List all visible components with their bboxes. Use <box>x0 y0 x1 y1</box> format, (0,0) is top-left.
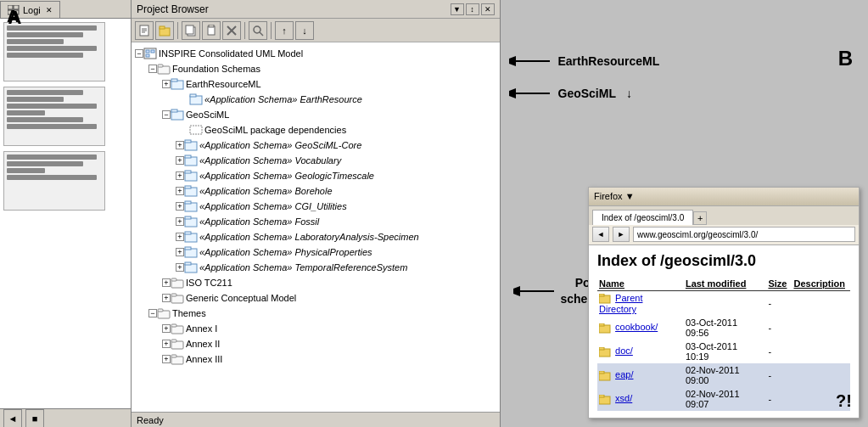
geosciml-label: GeoSciML <box>558 87 616 100</box>
tree-node-labanalysis[interactable]: + «Application Schema» LaboratoryAnalysi… <box>132 229 500 244</box>
package-svg-4 <box>184 139 198 151</box>
svg-rect-68 <box>599 294 604 296</box>
tree-node-physicalprops[interactable]: + «Application Schema» PhysicalPropertie… <box>132 244 500 260</box>
tree-node-geosciml-core[interactable]: + «Application Schema» GeoSciML-Core <box>132 138 500 153</box>
nav-right-btn[interactable]: ■ <box>25 409 44 428</box>
tree-expander-cgi[interactable]: + <box>176 202 184 211</box>
nav-left-btn[interactable]: ◄ <box>3 409 22 428</box>
thumbnail-2[interactable] <box>3 87 105 146</box>
dir-cookbook-icon <box>599 323 611 334</box>
eap-link[interactable]: eap/ <box>615 369 633 379</box>
tb-btn-up[interactable]: ↑ <box>275 21 294 40</box>
tb-btn-5[interactable] <box>222 21 241 40</box>
tree-node-root[interactable]: − INSPIRE Consolidated UML Model <box>132 46 500 61</box>
pb-title: Project Browser <box>137 3 209 15</box>
tree-node-earthresourceml[interactable]: + EarthResourceML <box>132 76 500 92</box>
tree-node-temporalref[interactable]: + «Application Schema» TemporalReference… <box>132 260 500 275</box>
spacer-1 <box>176 94 189 104</box>
package-svg-12 <box>184 261 198 273</box>
tree-node-cgi[interactable]: + «Application Schema» CGI_Utilities <box>132 199 500 214</box>
tree-node-annex1[interactable]: + Annex I <box>132 321 500 336</box>
tb-btn-1[interactable] <box>135 21 154 40</box>
tree-expander-geosciml-core[interactable]: + <box>176 141 184 149</box>
tree-expander-annex3[interactable]: + <box>162 355 171 363</box>
ff-tab-bar: Index of /geosciml/3.0 + <box>589 206 859 225</box>
tree-expander-annex1[interactable]: + <box>162 324 171 333</box>
ff-tab-label: Index of /geosciml/3.0 <box>602 213 684 222</box>
dir-eap-icon <box>599 371 611 381</box>
tree-node-geosciml[interactable]: − GeoSciML <box>132 107 500 122</box>
tree-node-fossil[interactable]: + «Application Schema» Fossil <box>132 214 500 229</box>
thumbnail-3[interactable] <box>3 151 105 211</box>
tb-btn-2[interactable] <box>155 21 174 40</box>
folder-icon-generic <box>171 292 184 304</box>
folder-icon-annex2 <box>171 338 184 350</box>
tree-node-earthresource-app[interactable]: «Application Schema» EarthResource <box>132 92 500 107</box>
tree-expander-geosciml[interactable]: − <box>162 110 171 119</box>
cookbook-link[interactable]: cookbook/ <box>615 322 658 332</box>
tree-node-foundation[interactable]: − Foundation Schemas <box>132 61 500 76</box>
tree-geosciml-core-label: «Application Schema» GeoSciML-Core <box>199 140 361 150</box>
tree-expander-root[interactable]: − <box>135 49 143 58</box>
svg-rect-54 <box>158 309 163 312</box>
tree-expander-iso[interactable]: + <box>162 278 171 287</box>
eap-date: 02-Nov-2011 09:00 <box>684 363 767 387</box>
dir-up-icon <box>599 294 611 304</box>
package-svg-9 <box>184 216 198 228</box>
tree-expander-lab[interactable]: + <box>176 233 184 241</box>
package-svg-11 <box>184 246 198 258</box>
ff-url-input[interactable] <box>633 227 855 242</box>
tree-expander-earthresourceml[interactable]: + <box>162 80 171 88</box>
tree-expander-foundation[interactable]: − <box>148 65 157 73</box>
project-browser: Project Browser ▼ ↕ ✕ <box>132 0 501 427</box>
question-mark: ?! <box>836 391 852 411</box>
search-icon <box>252 25 264 37</box>
pb-close-btn[interactable]: ✕ <box>481 3 495 15</box>
folder-svg-annex2 <box>171 338 184 350</box>
tree-node-geosciml-deps[interactable]: GeoSciML package dependencies <box>132 122 500 138</box>
pb-title-bar: Project Browser ▼ ↕ ✕ <box>132 0 500 19</box>
tb-btn-3[interactable] <box>182 21 200 40</box>
tree-expander-geologic[interactable]: + <box>176 171 184 180</box>
folder-open-icon <box>159 25 171 37</box>
tree-expander-generic[interactable]: + <box>162 294 171 302</box>
tree-node-geologictimescale[interactable]: + «Application Schema» GeologicTimescale <box>132 168 500 183</box>
tree-generic-label: Generic Conceptual Model <box>186 293 296 303</box>
tree-expander-themes[interactable]: − <box>148 309 157 317</box>
tb-btn-search[interactable] <box>249 21 267 40</box>
tree-node-vocabulary[interactable]: + «Application Schema» Vocabulary <box>132 153 500 168</box>
svg-rect-27 <box>190 94 196 97</box>
tree-expander-borehole[interactable]: + <box>176 187 184 195</box>
folder-svg-annex3 <box>171 353 184 365</box>
ff-active-tab[interactable]: Index of /geosciml/3.0 <box>592 210 693 225</box>
tree-node-borehole[interactable]: + «Application Schema» Borehole <box>132 183 500 199</box>
tree-node-generic[interactable]: + Generic Conceptual Model <box>132 290 500 306</box>
ff-back-btn[interactable]: ◄ <box>592 227 609 242</box>
xsd-link[interactable]: xsd/ <box>615 393 632 403</box>
tree-expander-temporal[interactable]: + <box>176 263 184 272</box>
tree-expander-fossil[interactable]: + <box>176 217 184 226</box>
thumbnail-1[interactable] <box>3 22 105 81</box>
tree-borehole-label: «Application Schema» Borehole <box>199 186 333 196</box>
tree-node-isotc211[interactable]: + ISO TC211 <box>132 275 500 290</box>
tree-expander-annex2[interactable]: + <box>162 340 171 348</box>
tree-node-annex2[interactable]: + Annex II <box>132 336 500 351</box>
pb-pin-btn[interactable]: ▼ <box>451 3 464 15</box>
tb-btn-down[interactable]: ↓ <box>295 21 314 40</box>
package-svg-5 <box>184 155 198 166</box>
tb-btn-4[interactable] <box>202 21 221 40</box>
tree-expander-physical[interactable]: + <box>176 248 184 256</box>
svg-rect-44 <box>185 232 191 234</box>
svg-rect-72 <box>599 347 604 350</box>
tree-node-themes[interactable]: − Themes <box>132 306 500 321</box>
close-icon[interactable]: ✕ <box>46 6 53 14</box>
pb-pin2-btn[interactable]: ↕ <box>466 3 479 15</box>
svg-rect-60 <box>171 355 176 357</box>
ff-add-tab-btn[interactable]: + <box>693 211 707 225</box>
tree-expander-vocabulary[interactable]: + <box>176 156 184 165</box>
tree-node-annex3[interactable]: + Annex III <box>132 351 500 367</box>
ff-forward-btn[interactable]: ► <box>613 227 630 242</box>
pb-controls: ▼ ↕ ✕ <box>451 3 495 15</box>
package-icon-geologic <box>184 170 198 182</box>
doc-link[interactable]: doc/ <box>615 346 633 356</box>
